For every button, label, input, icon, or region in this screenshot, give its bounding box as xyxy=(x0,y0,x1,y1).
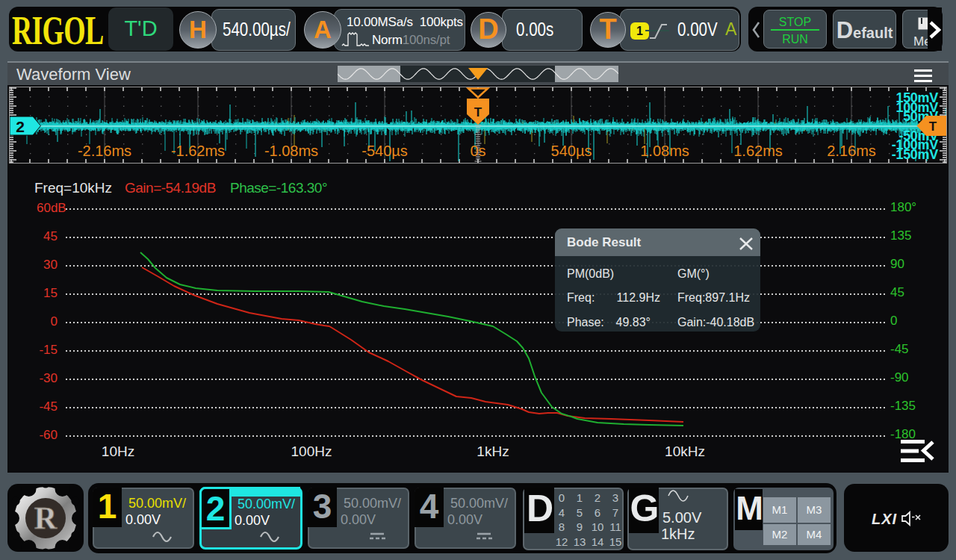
svg-text:135: 135 xyxy=(890,228,911,243)
svg-text:90: 90 xyxy=(890,257,904,271)
svg-text:0: 0 xyxy=(51,314,58,329)
svg-text:45: 45 xyxy=(890,285,904,299)
svg-text:-180: -180 xyxy=(890,427,916,441)
svg-text:-45: -45 xyxy=(39,399,58,414)
svg-text:60dB: 60dB xyxy=(37,201,66,215)
svg-text:10kHz: 10kHz xyxy=(665,444,705,459)
svg-text:45: 45 xyxy=(43,229,58,243)
svg-text:180°: 180° xyxy=(890,200,916,214)
svg-text:15: 15 xyxy=(43,286,58,300)
svg-text:0: 0 xyxy=(890,314,897,328)
svg-text:-90: -90 xyxy=(890,370,909,385)
svg-text:-45: -45 xyxy=(890,342,909,356)
svg-text:-30: -30 xyxy=(39,371,58,385)
svg-text:10Hz: 10Hz xyxy=(102,444,134,459)
svg-text:1kHz: 1kHz xyxy=(477,444,509,459)
svg-text:-15: -15 xyxy=(39,343,58,357)
svg-text:100Hz: 100Hz xyxy=(291,444,332,459)
svg-text:R: R xyxy=(34,501,58,535)
svg-text:30: 30 xyxy=(43,258,58,272)
svg-text:-135: -135 xyxy=(890,399,916,413)
svg-text:-60: -60 xyxy=(39,428,58,442)
